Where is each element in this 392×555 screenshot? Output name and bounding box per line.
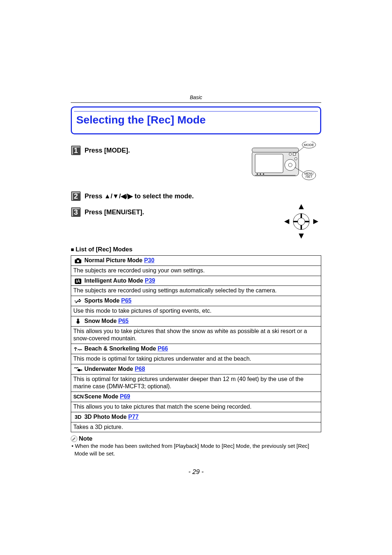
svg-text:2: 2 — [74, 192, 78, 200]
mode-row-header: SCN Scene Mode P69 — [71, 392, 321, 402]
mode-row-header: Underwater Mode P68 — [71, 364, 321, 374]
svg-point-15 — [295, 158, 297, 160]
step-badge-3: 3 — [71, 207, 81, 217]
mode-row-header: Snow Mode P65 — [71, 316, 321, 326]
mode-row-header: Normal Picture Mode P30 — [71, 256, 321, 266]
sports-icon — [73, 297, 83, 305]
pencil-icon — [71, 436, 77, 442]
step-text: Press [MENU/SET]. — [85, 208, 144, 216]
page-ref-link[interactable]: P30 — [144, 257, 154, 263]
step-badge-2: 2 — [71, 191, 81, 201]
svg-text:MODE: MODE — [304, 143, 314, 147]
page-ref-link[interactable]: P68 — [135, 366, 145, 372]
mode-desc: This mode is optimal for taking pictures… — [71, 354, 321, 364]
mode-desc: This allows you to take pictures that ma… — [71, 402, 321, 412]
page-ref-link[interactable]: P39 — [145, 278, 155, 284]
snow-icon — [73, 317, 83, 325]
svg-point-10 — [263, 173, 264, 174]
svg-marker-53 — [81, 369, 82, 371]
mode-name: Intelligent Auto Mode — [84, 278, 143, 284]
svg-point-9 — [260, 173, 261, 174]
threeD-icon: 3D — [73, 413, 83, 421]
mode-desc: The subjects are recorded using your own… — [71, 266, 321, 276]
note-heading: Note — [71, 435, 321, 442]
step-1: 1 Press [MODE]. — [71, 145, 321, 185]
svg-marker-38 — [299, 234, 304, 239]
scene-icon: SCN — [73, 393, 83, 400]
step-3: 3 Press [MENU/SET]. — [71, 207, 321, 239]
step-badge-1: 1 — [71, 145, 81, 155]
camera-icon — [73, 257, 83, 264]
mode-desc: The subjects are recorded using settings… — [71, 286, 321, 296]
page-ref-link[interactable]: P69 — [120, 393, 130, 400]
page-ref-link[interactable]: P65 — [118, 318, 128, 324]
page-ref-link[interactable]: P65 — [121, 297, 131, 304]
mode-row-header: 3D 3D Photo Mode P77 — [71, 412, 321, 422]
svg-point-43 — [77, 260, 79, 262]
camera-illustration: MODE MENU /SET — [245, 142, 321, 185]
svg-rect-6 — [252, 148, 299, 152]
mode-name: Snow Mode — [84, 318, 117, 324]
mode-row-header: Sports Mode P65 — [71, 296, 321, 306]
beach-icon — [73, 345, 83, 353]
title-frame: Selecting the [Rec] Mode — [71, 106, 321, 134]
svg-marker-39 — [284, 219, 289, 224]
svg-rect-28 — [72, 208, 73, 216]
step-text: Press ▲/▼/◀/▶ to select the mode. — [85, 192, 194, 200]
mode-desc: This is optimal for taking pictures unde… — [71, 374, 321, 392]
mode-name: Normal Picture Mode — [84, 257, 142, 263]
page-ref-link[interactable]: P66 — [158, 345, 168, 352]
svg-rect-5 — [255, 154, 283, 173]
divider — [71, 102, 321, 103]
svg-point-44 — [79, 299, 80, 300]
mode-desc: Takes a 3D picture. — [71, 422, 321, 432]
svg-text:1: 1 — [74, 146, 78, 154]
mode-desc: This allows you to take pictures that sh… — [71, 326, 321, 344]
step-2: 2 Press ▲/▼/◀/▶ to select the mode. — [71, 191, 321, 201]
steps-list: 1 Press [MODE]. — [71, 145, 321, 239]
manual-page: Basic Selecting the [Rec] Mode 1 Press [… — [0, 0, 392, 476]
note-heading-text: Note — [79, 435, 93, 442]
svg-point-8 — [257, 173, 258, 174]
step-text: Press [MODE]. — [85, 147, 130, 154]
mode-row-header: iA Intelligent Auto Mode P39 — [71, 276, 321, 286]
svg-point-47 — [77, 319, 79, 321]
svg-point-50 — [78, 319, 79, 320]
mode-name: Sports Mode — [84, 297, 119, 304]
svg-rect-14 — [293, 153, 295, 155]
note-body: When the mode has been switched from [Pl… — [74, 442, 321, 457]
svg-point-52 — [77, 369, 81, 371]
dpad-illustration — [281, 204, 321, 239]
ia-icon: iA — [73, 277, 83, 285]
mode-name: Beach & Snorkeling Mode — [84, 345, 156, 352]
svg-rect-1 — [72, 146, 73, 154]
svg-point-48 — [77, 321, 79, 324]
svg-marker-37 — [299, 204, 304, 209]
modes-table: Normal Picture Mode P30 The subjects are… — [71, 255, 321, 432]
svg-text:3: 3 — [74, 208, 78, 216]
svg-point-32 — [298, 218, 305, 225]
page-number: - 29 - — [71, 468, 321, 476]
underwater-icon — [73, 365, 83, 373]
mode-name: Scene Mode — [84, 393, 118, 400]
svg-text:/SET: /SET — [306, 175, 313, 178]
page-title: Selecting the [Rec] Mode — [72, 112, 320, 132]
svg-point-12 — [289, 163, 292, 167]
note-block: Note When the mode has been switched fro… — [71, 435, 321, 457]
mode-name: Underwater Mode — [84, 366, 133, 372]
svg-point-13 — [289, 153, 291, 155]
chapter-label: Basic — [71, 94, 321, 100]
mode-desc: Use this mode to take pictures of sporti… — [71, 306, 321, 316]
mode-name: 3D Photo Mode — [84, 414, 126, 420]
mode-row-header: Beach & Snorkeling Mode P66 — [71, 344, 321, 354]
svg-point-49 — [77, 319, 78, 320]
modes-list-heading: List of [Rec] Modes — [71, 246, 321, 253]
svg-marker-40 — [313, 219, 318, 224]
svg-rect-42 — [77, 258, 79, 260]
page-ref-link[interactable]: P77 — [128, 414, 138, 420]
svg-rect-24 — [72, 192, 73, 200]
